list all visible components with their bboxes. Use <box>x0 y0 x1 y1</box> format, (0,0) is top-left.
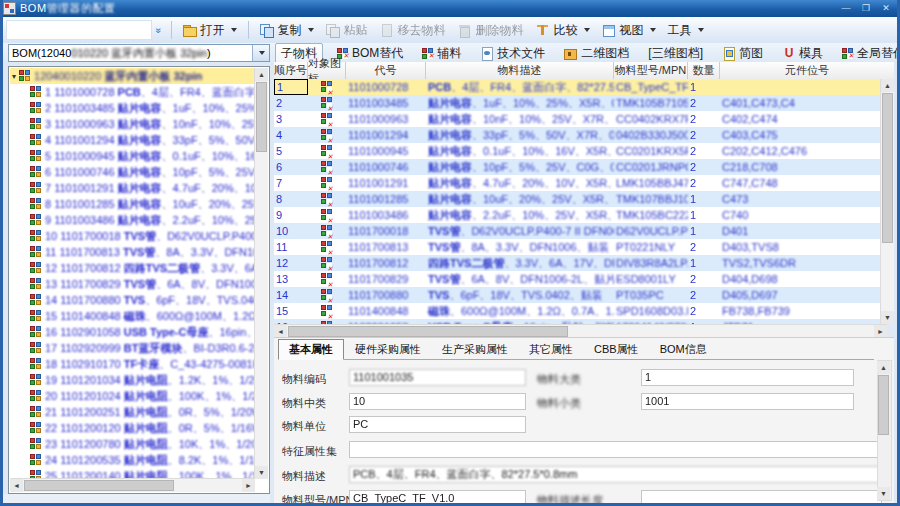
tree-item[interactable]: 9 1101003486 贴片电容、2.2uF、10%、25V、X5 <box>10 212 255 228</box>
table-row[interactable]: 31101000963贴片电容、10nF、10%、25V、X7R、0402、Ta… <box>274 111 887 127</box>
expander-icon[interactable]: ▾ <box>12 72 16 81</box>
tree-item[interactable]: 4 1101001294 贴片电容、33pF、5%、50V、X7 <box>10 132 255 148</box>
tree-item[interactable]: 20 1101201024 贴片电阻、100K、1%、1/20W、0 <box>10 388 255 404</box>
cell-object-icon <box>308 271 346 287</box>
tree-item[interactable]: 6 1101000746 贴片电容、10pF、5%、25V、C0G <box>10 164 255 180</box>
tab-auxiliary-material[interactable]: 辅料 <box>417 44 466 63</box>
tree-item[interactable]: 11 1101700813 TVS管、8A、3.3V、DFN1006、贴 <box>10 244 255 260</box>
scrollbar-thumb[interactable] <box>878 375 889 435</box>
scroll-down-icon[interactable] <box>877 487 890 500</box>
scroll-right-icon[interactable] <box>242 479 255 492</box>
tree-item[interactable]: 16 1102901058 USB Type-C母座、16pin、卧贴、沉贴 <box>10 324 255 340</box>
bom-selector[interactable]: BOM(12040010220 蓝牙内置小板 32pin) <box>8 44 270 62</box>
tab-global-substitute[interactable]: 全局替代 <box>837 44 900 63</box>
scroll-up-icon[interactable] <box>255 68 268 81</box>
table-vertical-scrollbar[interactable] <box>880 79 894 324</box>
open-button[interactable]: 打开 <box>177 20 243 41</box>
tab-hardware-purchase[interactable]: 硬件采购属性 <box>345 340 431 359</box>
table-row[interactable]: 91101003486贴片电容、2.2uF、10%、25V、X5R、0402、T… <box>274 207 887 223</box>
tree-item[interactable]: 18 1102910170 TF卡座、C_43-4275-0081R80F1.0 <box>10 356 255 372</box>
table-row[interactable]: 81101001285贴片电容、10uF、20%、25V、X5R、0603、TA… <box>274 191 887 207</box>
minimize-button[interactable]: — <box>836 2 856 15</box>
input-material-mpn[interactable]: CB_TypeC_TF_V1.0 <box>349 490 526 506</box>
input-material-big-class[interactable]: 1 <box>641 369 854 386</box>
tree-item[interactable]: 15 1101400848 磁珠、600Ω@100M、1.2Ω、0.7A <box>10 308 255 324</box>
toolbar-overflow-icon[interactable]: » <box>153 27 164 33</box>
input-description-length[interactable] <box>641 490 882 506</box>
input-material-small-class[interactable]: 1001 <box>641 393 854 410</box>
tab-technical-files[interactable]: 技术文件 <box>475 44 550 63</box>
column-header-seq[interactable]: 顺序号 <box>274 62 308 79</box>
table-row[interactable]: 51101000945贴片电容、0.1uF、10%、16V、X5R、0201、T… <box>274 143 887 159</box>
table-row[interactable]: 141101700880TVS、6pF、18V、TVS.0402、贴装PT035… <box>274 287 887 303</box>
tree-item[interactable]: 21 1101200251 贴片电阻、0R、5%、1/20W、020 <box>10 404 255 420</box>
tree-horizontal-scrollbar[interactable] <box>10 478 255 492</box>
copy-button[interactable]: 复制 <box>254 20 320 41</box>
compare-button[interactable]: 比较 <box>530 20 596 41</box>
tree-item[interactable]: 17 1102920999 BT蓝牙模块、BI-D3R0.6-24D8/2.4G <box>10 340 255 356</box>
tree-item[interactable]: 5 1101000945 贴片电容、0.1uF、10%、16V、X5 <box>10 148 255 164</box>
scrollbar-thumb[interactable] <box>882 93 893 243</box>
close-button[interactable]: ✕ <box>876 2 896 15</box>
input-material-unit[interactable]: PC <box>349 416 526 433</box>
tree-item[interactable]: 19 1101201034 贴片电阻、1.2K、1%、1/20W、02 <box>10 372 255 388</box>
table-row[interactable]: 41101001294贴片电容、33pF、5%、50V、X7R、0402、WAL… <box>274 127 887 143</box>
tab-basic-properties[interactable]: 基本属性 <box>278 339 344 360</box>
tree-item[interactable]: 7 1101001291 贴片电容、4.7uF、20%、10V、X5 <box>10 180 255 196</box>
tab-production-purchase[interactable]: 生产采购属性 <box>432 340 518 359</box>
column-header-code[interactable]: 代号 <box>346 62 426 79</box>
table-row[interactable]: 61101000746贴片电容、10pF、5%、25V、C0G、0201、Tap… <box>274 159 887 175</box>
column-header-refdes[interactable]: 元件位号 <box>720 62 894 79</box>
properties-vertical-scrollbar[interactable] <box>877 360 892 501</box>
tab-bom-info[interactable]: BOM信息 <box>650 340 717 359</box>
tree-vertical-scrollbar[interactable] <box>254 68 268 479</box>
tab-cbb-properties[interactable]: CBB属性 <box>584 340 649 359</box>
tree-item[interactable]: 24 1101200535 贴片电阻、8.2K、1%、1/16W、04 <box>10 452 255 468</box>
tree-root-node[interactable]: ▾ 12040010220 蓝牙内置小板 32pin <box>10 68 255 84</box>
scrollbar-thumb[interactable] <box>256 82 267 152</box>
tree-item[interactable]: 1 1101000728 PCB、4层、FR4、蓝面白字、8 <box>10 84 255 100</box>
tab-2d-drawings[interactable]: 二维图档 <box>559 44 634 63</box>
table-row[interactable]: 111101700813TVS管、8A、3.3V、DFN1006、贴装PT022… <box>274 239 887 255</box>
scrollbar-thumb[interactable] <box>288 326 568 337</box>
column-header-mpn[interactable]: 物料型号/MPN <box>614 62 688 79</box>
table-row[interactable]: 21101003485贴片电容、1uF、10%、25%、X5R、0402、TA2… <box>274 95 887 111</box>
bom-selector-dropdown-button[interactable] <box>252 45 269 61</box>
tools-button[interactable]: 工具 <box>662 20 710 41</box>
table-row[interactable]: 121101700812四路TVS二极管、3.3V、6A、17V、DFN1006… <box>274 255 887 271</box>
scrollbar-thumb[interactable] <box>24 480 174 491</box>
scroll-up-icon[interactable] <box>881 79 894 92</box>
tree-item[interactable]: 3 1101000963 贴片电容、10nF、10%、25V、X7 <box>10 116 255 132</box>
scroll-up-icon[interactable] <box>877 361 890 374</box>
table-horizontal-scrollbar[interactable] <box>274 324 887 338</box>
scroll-down-icon[interactable] <box>881 311 894 324</box>
tree-item[interactable]: 13 1101700829 TVS管、6A、8V、DFN1006-2L、 <box>10 276 255 292</box>
table-row[interactable]: 101101700018TVS管、D62V0UCLP.P400-7 II DFN… <box>274 223 887 239</box>
tree-item[interactable]: 22 1101200120 贴片电阻、0R、5%、1/16W、040 <box>10 420 255 436</box>
tab-other-properties[interactable]: 其它属性 <box>519 340 583 359</box>
tab-sketch[interactable]: 简图 <box>717 44 768 63</box>
tab-mold[interactable]: U模具 <box>777 44 828 63</box>
table-row[interactable]: 71101001291贴片电容、4.7uF、20%、10V、X5R、0402、T… <box>274 175 887 191</box>
view-button[interactable]: 视图 <box>596 20 662 41</box>
tree-item[interactable]: 12 1101700812 四路TVS二极管、3.3V、6A、17V <box>10 260 255 276</box>
tree-item[interactable]: 10 1101700018 TVS管、D62V0UCLP.P400-7 II <box>10 228 255 244</box>
scroll-down-icon[interactable] <box>255 466 268 479</box>
input-material-code[interactable]: 1101001035 <box>349 369 526 386</box>
input-attribute-set[interactable] <box>349 441 882 458</box>
maximize-button[interactable]: ❐ <box>856 2 876 15</box>
tree-item[interactable]: 2 1101003485 贴片电容、1uF、10%、25%、040 <box>10 100 255 116</box>
tree-item[interactable]: 8 1101001285 贴片电容、10uF、20%、25V、X5 <box>10 196 255 212</box>
column-header-qty[interactable]: 数量 <box>688 62 720 79</box>
input-material-mid-class[interactable]: 10 <box>349 393 526 410</box>
table-row[interactable]: 131101700829TVS管、6A、8V、DFN1006-2L、贴片ESD8… <box>274 271 887 287</box>
scroll-left-icon[interactable] <box>10 479 23 492</box>
tree-item[interactable]: 14 1101700880 TVS、6pF、18V、TVS.0402、贴装 <box>10 292 255 308</box>
table-row[interactable]: 151101400848磁珠、600Ω@100M、1.2Ω、0.7A、1.24Ω… <box>274 303 887 319</box>
column-header-icon[interactable]: 对象图标 <box>308 62 346 79</box>
input-material-description[interactable]: PCB、4层、FR4、蓝面白字、82*27.5*0.8mm <box>349 466 882 483</box>
tab-3d-drawings[interactable]: [三维图档] <box>643 44 708 63</box>
table-row[interactable]: 11101000728PCB、4层、FR4、蓝面白字、82*27.5*0.8mm… <box>274 79 887 95</box>
column-header-description[interactable]: 物料描述 <box>426 62 614 79</box>
tree-item[interactable]: 23 1101200780 贴片电阻、10K、1%、1/20W、02 <box>10 436 255 452</box>
